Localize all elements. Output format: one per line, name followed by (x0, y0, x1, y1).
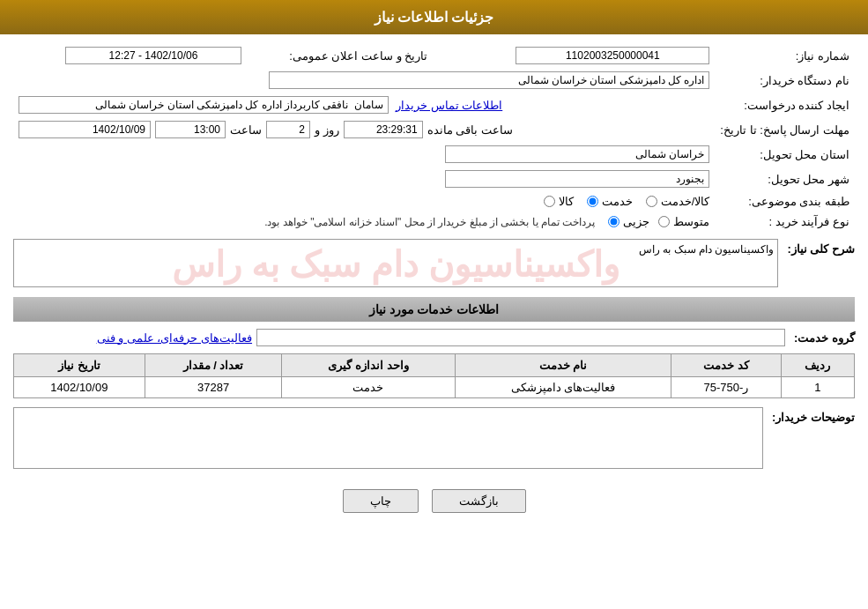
cell-code: ر-750-75 (671, 377, 781, 398)
sharh-textarea[interactable] (13, 239, 778, 287)
goroh-label: گروه خدمت: (785, 331, 855, 345)
tarikh-aalam-input[interactable] (65, 47, 241, 64)
date-input[interactable] (19, 121, 151, 138)
content-area: شماره نیاز: تاریخ و ساعت اعلان عمومی: نا… (0, 34, 868, 532)
radio-motavasset-item: متوسط (658, 215, 709, 228)
shahr-input[interactable] (445, 170, 709, 188)
timer-input[interactable] (344, 121, 423, 138)
description-content (13, 407, 763, 472)
nooe-farayand-content: متوسط جزیی پرداخت تمام یا بخشی از مبلغ خ… (13, 212, 715, 232)
remaining-label: ساعت باقی مانده (427, 123, 513, 137)
row-mohlat: مهلت ارسال پاسخ: تا تاریخ: ساعت باقی مان… (13, 117, 855, 142)
ijad-link[interactable]: اطلاعات تماس خریدار (396, 99, 502, 112)
tarikh-aalam-value (13, 43, 247, 68)
radio-kala-item: کالا (544, 195, 574, 208)
radio-jozii-label: جزیی (623, 215, 649, 228)
description-label: توضیحات خریدار: (763, 407, 855, 424)
shahr-value (13, 167, 715, 191)
radio-jozii[interactable] (608, 216, 619, 227)
page-header: جزئیات اطلاعات نیاز (0, 0, 868, 34)
service-table: ردیف کد خدمت نام خدمت واحد اندازه گیری ت… (13, 353, 855, 398)
ostan-input[interactable] (445, 145, 709, 163)
goroh-input[interactable] (256, 329, 785, 346)
sharh-section: شرح کلی نیاز: واکسیناسیون دام سبک به راس (13, 239, 855, 290)
cell-tarikh: 1402/10/09 (14, 377, 145, 398)
radio-kala-khedmat-label: کالا/خدمت (661, 195, 710, 208)
row-shomara: شماره نیاز: تاریخ و ساعت اعلان عمومی: (13, 43, 855, 68)
radio-kala-khedmat-item: کالا/خدمت (646, 195, 710, 208)
ostan-label: استان محل تحویل: (715, 142, 855, 167)
nooe-farayand-label: نوع فرآیند خرید : (715, 212, 855, 232)
cell-name: فعالیت‌های دامپزشکی (455, 377, 671, 398)
shomara-label: شماره نیاز: (715, 43, 855, 68)
sharh-content: واکسیناسیون دام سبک به راس (13, 239, 778, 290)
services-title: اطلاعات خدمات مورد نیاز (369, 302, 500, 316)
row-shahr: شهر محل تحویل: (13, 167, 855, 191)
info-table: شماره نیاز: تاریخ و ساعت اعلان عمومی: نا… (13, 43, 855, 232)
ostan-value (13, 142, 715, 167)
th-vahed: واحد اندازه گیری (282, 354, 455, 377)
ijad-label: ایجاد کننده درخواست: (715, 93, 855, 117)
radio-khedmat[interactable] (587, 196, 598, 207)
shomara-input[interactable] (516, 47, 709, 64)
nooe-farayand-text: پرداخت تمام یا بخشی از مبلغ خریدار از مح… (264, 216, 595, 228)
th-tedad: تعداد / مقدار (145, 354, 282, 377)
tabaqe-radios: کالا/خدمت خدمت کالا (13, 191, 715, 212)
th-radif: ردیف (781, 354, 854, 377)
radio-khedmat-label: خدمت (602, 195, 633, 208)
radio-kala-label: کالا (559, 195, 574, 208)
back-button[interactable]: بازگشت (432, 489, 526, 513)
page-wrapper: جزئیات اطلاعات نیاز شماره نیاز: تاریخ و … (0, 0, 868, 609)
mohlat-value: ساعت باقی مانده روز و ساعت (13, 117, 715, 142)
service-table-header-row: ردیف کد خدمت نام خدمت واحد اندازه گیری ت… (14, 354, 855, 377)
mohlat-label: مهلت ارسال پاسخ: تا تاریخ: (715, 117, 855, 142)
time-input[interactable] (155, 121, 226, 138)
description-textarea[interactable] (13, 407, 763, 469)
name-dastgah-value (13, 68, 715, 93)
goroh-row: گروه خدمت: فعالیت‌های حرفه‌ای، علمی و فن… (13, 329, 855, 346)
radio-khedmat-item: خدمت (587, 195, 633, 208)
tabaqe-label: طبقه بندی موضوعی: (715, 191, 855, 212)
shomara-value (459, 43, 715, 68)
saat-label: ساعت (230, 123, 262, 137)
row-name-dastgah: نام دستگاه خریدار: (13, 68, 855, 93)
tarikh-aalam-label: تاریخ و ساعت اعلان عمومی: (247, 43, 433, 68)
row-ijad: ایجاد کننده درخواست: اطلاعات تماس خریدار (13, 93, 855, 117)
goroh-value-text: فعالیت‌های حرفه‌ای، علمی و فنی (97, 331, 252, 345)
shahr-label: شهر محل تحویل: (715, 167, 855, 191)
th-tarikh: تاریخ نیاز (14, 354, 145, 377)
ijad-value: اطلاعات تماس خریدار (13, 93, 715, 117)
cell-radif: 1 (781, 377, 854, 398)
name-dastgah-input[interactable] (269, 71, 709, 89)
row-tabaqe: طبقه بندی موضوعی: کالا/خدمت خدمت کالا (13, 191, 855, 212)
counter-input[interactable] (266, 121, 310, 138)
row-nooe-farayand: نوع فرآیند خرید : متوسط جزیی (13, 212, 855, 232)
print-button[interactable]: چاپ (343, 489, 419, 513)
cell-tedad: 37287 (145, 377, 282, 398)
cell-vahed: خدمت (282, 377, 455, 398)
description-section: توضیحات خریدار: (13, 407, 855, 472)
ijad-input[interactable] (19, 96, 389, 114)
service-table-head: ردیف کد خدمت نام خدمت واحد اندازه گیری ت… (14, 354, 855, 377)
radio-motavasset-label: متوسط (673, 215, 709, 228)
row-ostan: استان محل تحویل: (13, 142, 855, 167)
name-dastgah-label: نام دستگاه خریدار: (715, 68, 855, 93)
services-section-header: اطلاعات خدمات مورد نیاز (13, 297, 855, 322)
sharh-label: شرح کلی نیاز: (778, 239, 855, 256)
service-table-body: 1 ر-750-75 فعالیت‌های دامپزشکی خدمت 3728… (14, 377, 855, 398)
rooz-label: روز و (315, 123, 339, 137)
button-bar: بازگشت چاپ (13, 479, 855, 524)
radio-motavasset[interactable] (658, 216, 670, 227)
table-row: 1 ر-750-75 فعالیت‌های دامپزشکی خدمت 3728… (14, 377, 855, 398)
th-name: نام خدمت (455, 354, 671, 377)
th-code: کد خدمت (671, 354, 781, 377)
radio-jozii-item: جزیی (608, 215, 649, 228)
radio-kala[interactable] (544, 196, 555, 207)
header-title: جزئیات اطلاعات نیاز (375, 10, 494, 25)
radio-kala-khedmat[interactable] (646, 196, 657, 207)
